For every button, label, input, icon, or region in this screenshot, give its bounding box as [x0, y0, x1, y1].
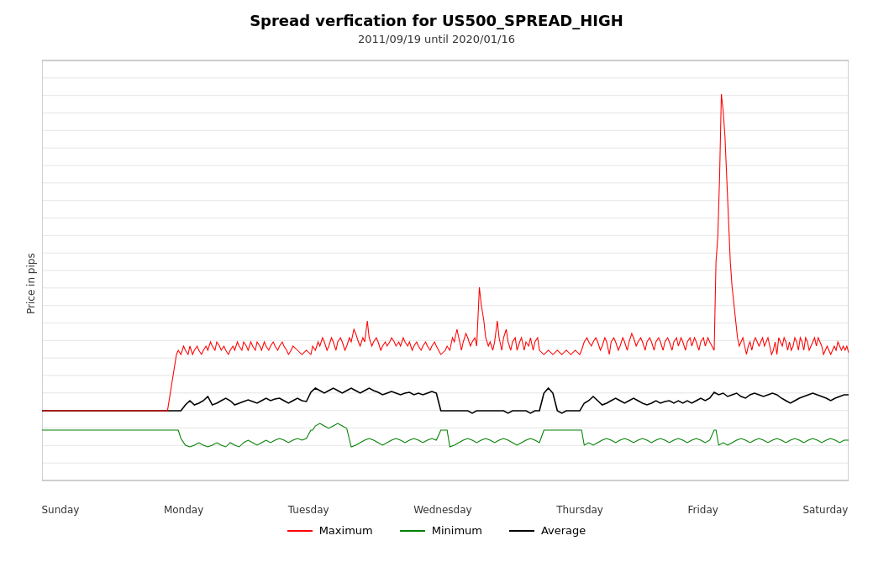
legend-item-average: Average [509, 524, 586, 537]
y-axis-label: Price in pips [25, 52, 42, 516]
chart-container: Spread verfication for US500_SPREAD_HIGH… [0, 0, 873, 588]
legend-line-minimum [400, 530, 425, 532]
legend-label-average: Average [541, 524, 586, 537]
x-label-tuesday: Tuesday [288, 504, 329, 516]
chart-inner: 4.32532 4.14510 3.96488 3.78466 3.60444 … [42, 52, 849, 516]
legend-item-minimum: Minimum [400, 524, 482, 537]
svg-wrapper: 4.32532 4.14510 3.96488 3.78466 3.60444 … [42, 52, 849, 501]
x-label-wednesday: Wednesday [413, 504, 471, 516]
chart-legend: Maximum Minimum Average [287, 524, 586, 537]
legend-line-maximum [287, 530, 313, 532]
chart-area: Price in pips [25, 52, 849, 516]
x-label-thursday: Thursday [556, 504, 603, 516]
chart-title: Spread verfication for US500_SPREAD_HIGH [250, 12, 623, 29]
chart-svg: 4.32532 4.14510 3.96488 3.78466 3.60444 … [42, 52, 849, 497]
x-label-sunday: Sunday [42, 504, 80, 516]
x-label-saturday: Saturday [802, 504, 848, 516]
legend-item-maximum: Maximum [287, 524, 373, 537]
legend-line-average [509, 530, 534, 532]
x-label-monday: Monday [164, 504, 203, 516]
x-axis-labels: Sunday Monday Tuesday Wednesday Thursday… [42, 501, 849, 516]
legend-label-maximum: Maximum [319, 524, 373, 537]
legend-label-minimum: Minimum [432, 524, 482, 537]
x-label-friday: Friday [687, 504, 718, 516]
chart-subtitle: 2011/09/19 until 2020/01/16 [358, 33, 515, 45]
